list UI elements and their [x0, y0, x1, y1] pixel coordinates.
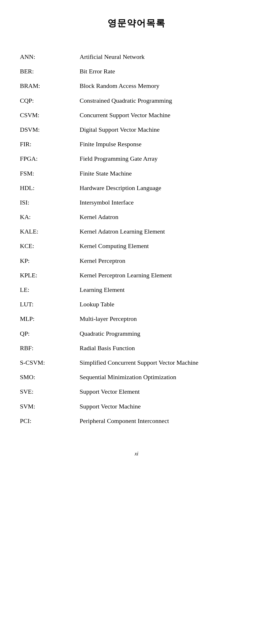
table-row: KA:Kernel Adatron [17, 210, 256, 224]
table-row: LUT:Lookup Table [17, 297, 256, 311]
full-text-cell: Learning Element [74, 282, 256, 297]
table-row: FPGA:Field Programming Gate Array [17, 151, 256, 166]
full-text-cell: Artificial Neural Network [74, 49, 256, 64]
full-text-cell: Kernel Perceptron [74, 253, 256, 268]
table-row: QP:Quadratic Programming [17, 326, 256, 341]
abbreviation-cell: RBF: [17, 341, 74, 355]
table-row: FIR:Finite Impulse Response [17, 137, 256, 151]
abbreviation-cell: BRAM: [17, 79, 74, 93]
abbreviation-cell: FPGA: [17, 151, 74, 166]
abbreviation-cell: S-CSVM: [17, 355, 74, 370]
full-text-cell: Support Vector Machine [74, 399, 256, 414]
full-text-cell: Sequential Minimization Optimization [74, 370, 256, 384]
table-row: DSVM:Digital Support Vector Machine [17, 122, 256, 137]
full-text-cell: Intersymbol Interface [74, 195, 256, 210]
abbreviation-cell: SVE: [17, 384, 74, 399]
abbreviation-cell: KP: [17, 253, 74, 268]
table-row: MLP:Multi-layer Perceptron [17, 311, 256, 326]
table-row: HDL:Hardware Description Language [17, 181, 256, 195]
table-row: CQP:Constrained Quadratic Programming [17, 93, 256, 108]
table-row: FSM:Finite State Machine [17, 166, 256, 181]
table-row: SVM:Support Vector Machine [17, 399, 256, 414]
full-text-cell: Finite Impulse Response [74, 137, 256, 151]
abbreviation-cell: KCE: [17, 239, 74, 253]
table-row: KPLE:Kernel Perceptron Learning Element [17, 268, 256, 282]
table-row: BER:Bit Error Rate [17, 64, 256, 79]
table-row: S-CSVM:Simplified Concurrent Support Vec… [17, 355, 256, 370]
page-number: xi [17, 451, 256, 457]
table-row: CSVM:Concurrent Support Vector Machine [17, 108, 256, 122]
table-row: ANN:Artificial Neural Network [17, 49, 256, 64]
full-text-cell: Finite State Machine [74, 166, 256, 181]
full-text-cell: Radial Basis Function [74, 341, 256, 355]
table-row: RBF:Radial Basis Function [17, 341, 256, 355]
full-text-cell: Digital Support Vector Machine [74, 122, 256, 137]
full-text-cell: Simplified Concurrent Support Vector Mac… [74, 355, 256, 370]
full-text-cell: Block Random Access Memory [74, 79, 256, 93]
abbreviation-cell: HDL: [17, 181, 74, 195]
table-row: ISI:Intersymbol Interface [17, 195, 256, 210]
abbreviation-cell: SVM: [17, 399, 74, 414]
abbreviation-cell: MLP: [17, 311, 74, 326]
abbreviation-cell: QP: [17, 326, 74, 341]
table-row: BRAM:Block Random Access Memory [17, 79, 256, 93]
table-row: KCE:Kernel Computing Element [17, 239, 256, 253]
full-text-cell: Concurrent Support Vector Machine [74, 108, 256, 122]
table-row: KP:Kernel Perceptron [17, 253, 256, 268]
abbreviation-cell: DSVM: [17, 122, 74, 137]
abbreviation-cell: FIR: [17, 137, 74, 151]
abbreviation-cell: ANN: [17, 49, 74, 64]
table-row: KALE:Kernel Adatron Learning Element [17, 224, 256, 239]
full-text-cell: Lookup Table [74, 297, 256, 311]
table-row: LE:Learning Element [17, 282, 256, 297]
table-row: SVE:Support Vector Element [17, 384, 256, 399]
abbreviation-cell: PCI: [17, 414, 74, 428]
full-text-cell: Constrained Quadratic Programming [74, 93, 256, 108]
full-text-cell: Kernel Adatron [74, 210, 256, 224]
full-text-cell: Quadratic Programming [74, 326, 256, 341]
full-text-cell: Kernel Computing Element [74, 239, 256, 253]
page-title: 영문약어목록 [17, 17, 256, 30]
full-text-cell: Kernel Adatron Learning Element [74, 224, 256, 239]
abbreviation-cell: BER: [17, 64, 74, 79]
full-text-cell: Support Vector Element [74, 384, 256, 399]
abbreviation-cell: ISI: [17, 195, 74, 210]
full-text-cell: Bit Error Rate [74, 64, 256, 79]
abbreviation-cell: CQP: [17, 93, 74, 108]
full-text-cell: Hardware Description Language [74, 181, 256, 195]
abbreviation-cell: KALE: [17, 224, 74, 239]
abbreviation-table: ANN:Artificial Neural NetworkBER:Bit Err… [17, 49, 256, 428]
abbreviation-cell: LE: [17, 282, 74, 297]
abbreviation-cell: KA: [17, 210, 74, 224]
full-text-cell: Multi-layer Perceptron [74, 311, 256, 326]
abbreviation-cell: FSM: [17, 166, 74, 181]
full-text-cell: Field Programming Gate Array [74, 151, 256, 166]
full-text-cell: Peripheral Component Interconnect [74, 414, 256, 428]
table-row: SMO:Sequential Minimization Optimization [17, 370, 256, 384]
abbreviation-cell: KPLE: [17, 268, 74, 282]
abbreviation-cell: SMO: [17, 370, 74, 384]
abbreviation-cell: LUT: [17, 297, 74, 311]
abbreviation-cell: CSVM: [17, 108, 74, 122]
full-text-cell: Kernel Perceptron Learning Element [74, 268, 256, 282]
table-row: PCI:Peripheral Component Interconnect [17, 414, 256, 428]
